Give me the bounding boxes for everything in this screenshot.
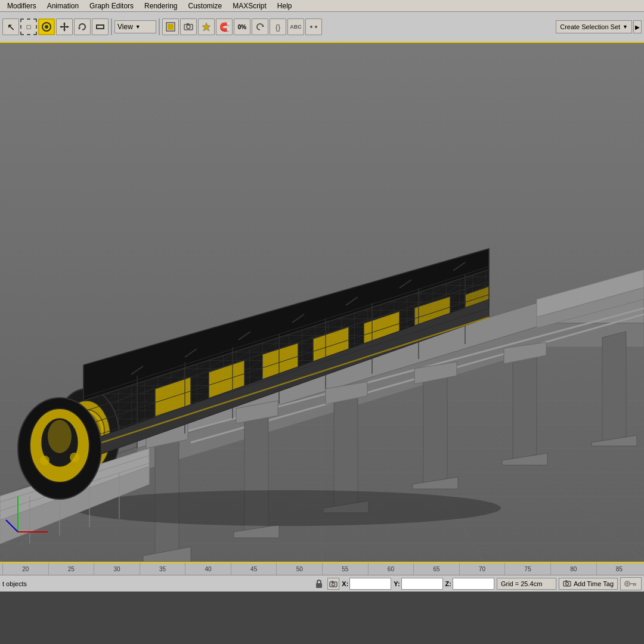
tick-35: 35 bbox=[140, 563, 185, 575]
menu-customize[interactable]: Customize bbox=[183, 1, 227, 11]
lock-toggle[interactable] bbox=[313, 578, 325, 590]
svg-point-112 bbox=[40, 456, 49, 465]
svg-marker-50 bbox=[334, 392, 358, 508]
y-input[interactable] bbox=[401, 578, 443, 590]
status-bar: 20 25 30 35 40 45 50 55 60 65 70 75 80 8… bbox=[0, 562, 644, 592]
tick-70: 70 bbox=[459, 563, 505, 575]
toolbar: ↖ □ View bbox=[0, 12, 644, 43]
rotate-btn[interactable] bbox=[74, 18, 91, 35]
magnet-btn[interactable]: 🧲 bbox=[216, 18, 233, 35]
tick-75: 75 bbox=[504, 563, 550, 575]
box-select-btn[interactable] bbox=[38, 18, 55, 35]
y-label: Y: bbox=[394, 580, 400, 587]
move-btn[interactable] bbox=[56, 18, 73, 35]
z-label: Z: bbox=[445, 580, 451, 587]
view-dropdown[interactable]: View bbox=[114, 20, 156, 33]
status-row: t objects X: Y: Z: Grid = 25. bbox=[0, 575, 644, 592]
x-label: X: bbox=[342, 580, 348, 587]
separator-1 bbox=[111, 18, 112, 35]
svg-rect-120 bbox=[332, 581, 333, 583]
tick-45: 45 bbox=[231, 563, 277, 575]
svg-marker-53 bbox=[423, 372, 447, 484]
svg-marker-8 bbox=[78, 27, 80, 30]
menu-modifiers[interactable]: Modifiers bbox=[2, 1, 41, 11]
svg-point-122 bbox=[565, 583, 568, 586]
abc-btn[interactable]: ABC bbox=[287, 18, 304, 35]
3d-viewport[interactable] bbox=[0, 43, 644, 562]
percent-btn[interactable]: 0% bbox=[234, 18, 250, 35]
arrow-select-btn[interactable]: ↖ bbox=[2, 18, 19, 35]
tick-20: 20 bbox=[2, 563, 48, 575]
svg-point-113 bbox=[70, 453, 79, 462]
bracket-btn[interactable]: {} bbox=[270, 18, 286, 35]
light-btn[interactable] bbox=[198, 18, 215, 35]
svg-point-98 bbox=[72, 490, 501, 526]
region-select-btn[interactable]: □ bbox=[20, 18, 37, 35]
svg-marker-15 bbox=[202, 23, 210, 31]
svg-point-1 bbox=[45, 25, 48, 29]
z-input[interactable] bbox=[453, 578, 494, 590]
svg-marker-56 bbox=[513, 352, 537, 460]
svg-marker-59 bbox=[602, 332, 626, 442]
camera-small-icon[interactable] bbox=[327, 578, 339, 590]
toolbar-arrow-btn[interactable]: ▶ bbox=[633, 20, 642, 33]
extra-btn[interactable] bbox=[305, 18, 322, 35]
tick-50: 50 bbox=[276, 563, 322, 575]
svg-point-111 bbox=[48, 420, 72, 453]
camera-add-icon bbox=[563, 580, 571, 587]
create-selection-dropdown[interactable]: Create Selection Set bbox=[556, 20, 632, 33]
svg-point-119 bbox=[332, 583, 335, 586]
tick-30: 30 bbox=[94, 563, 140, 575]
undo-btn[interactable] bbox=[252, 18, 268, 35]
menu-help[interactable]: Help bbox=[273, 1, 297, 11]
menu-graph-editors[interactable]: Graph Editors bbox=[85, 1, 138, 11]
tick-60: 60 bbox=[368, 563, 414, 575]
svg-rect-9 bbox=[97, 25, 104, 29]
key-icon-btn[interactable] bbox=[620, 577, 642, 590]
render-btn[interactable] bbox=[162, 18, 179, 35]
tick-65: 65 bbox=[413, 563, 459, 575]
tick-85: 85 bbox=[596, 563, 642, 575]
camera-btn[interactable] bbox=[180, 18, 197, 35]
add-time-label: Add Time Tag bbox=[574, 580, 614, 587]
train-viewport-svg bbox=[0, 43, 644, 562]
svg-rect-123 bbox=[565, 580, 567, 582]
svg-rect-11 bbox=[168, 24, 174, 30]
grid-display: Grid = 25.4cm bbox=[497, 578, 556, 590]
svg-marker-7 bbox=[67, 26, 69, 28]
menu-bar: Modifiers Animation Graph Editors Render… bbox=[0, 0, 644, 12]
tick-55: 55 bbox=[322, 563, 368, 575]
tick-40: 40 bbox=[185, 563, 231, 575]
svg-rect-14 bbox=[187, 23, 189, 25]
separator-2 bbox=[159, 18, 160, 35]
menu-rendering[interactable]: Rendering bbox=[140, 1, 182, 11]
svg-point-125 bbox=[626, 583, 628, 585]
scale-btn[interactable] bbox=[92, 18, 109, 35]
selected-objects-label: t objects bbox=[2, 580, 50, 587]
x-coord-box: X: bbox=[342, 578, 391, 590]
svg-point-17 bbox=[310, 26, 312, 28]
svg-point-18 bbox=[315, 26, 317, 28]
svg-point-13 bbox=[187, 25, 190, 29]
tick-80: 80 bbox=[550, 563, 596, 575]
menu-animation[interactable]: Animation bbox=[42, 1, 83, 11]
timeline[interactable]: 20 25 30 35 40 45 50 55 60 65 70 75 80 8… bbox=[0, 563, 644, 575]
y-coord-box: Y: bbox=[394, 578, 442, 590]
svg-marker-5 bbox=[63, 29, 66, 32]
z-coord-box: Z: bbox=[445, 578, 494, 590]
tick-25: 25 bbox=[48, 563, 94, 575]
x-input[interactable] bbox=[349, 578, 391, 590]
svg-marker-4 bbox=[63, 22, 66, 24]
svg-rect-117 bbox=[316, 583, 322, 588]
menu-maxscript[interactable]: MAXScript bbox=[228, 1, 271, 11]
svg-marker-6 bbox=[60, 26, 62, 28]
add-time-tag-btn[interactable]: Add Time Tag bbox=[559, 578, 618, 590]
